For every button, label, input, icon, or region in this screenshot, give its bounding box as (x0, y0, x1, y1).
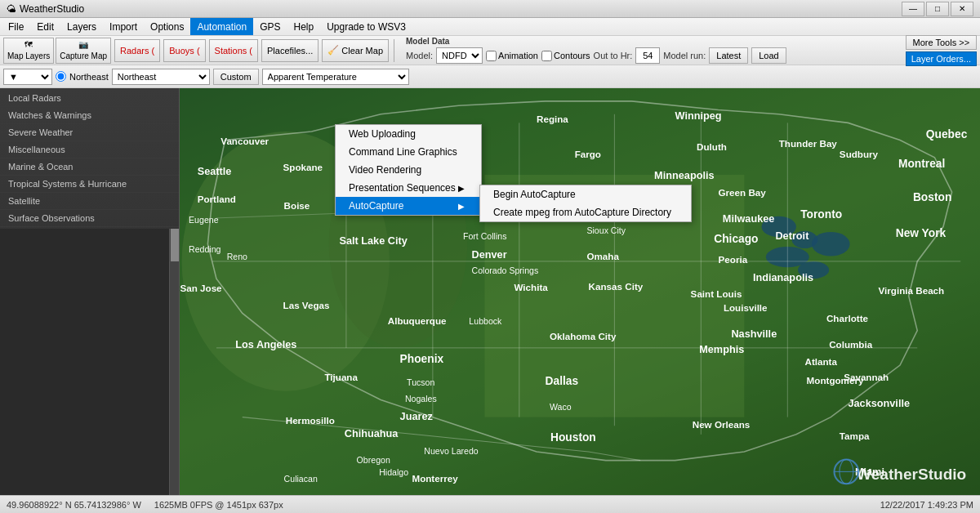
svg-text:Salt Lake City: Salt Lake City (339, 234, 407, 247)
svg-text:Fort Collins: Fort Collins (463, 231, 507, 241)
svg-text:Vancouver: Vancouver (220, 136, 269, 146)
sidebar-item-marine-ocean[interactable]: Marine & Ocean (0, 158, 179, 176)
latest-button[interactable]: Latest (709, 47, 748, 64)
map-layers-icon: 🗺 (24, 40, 33, 49)
svg-text:Boise: Boise (284, 200, 310, 211)
menu-upgrade[interactable]: Upgrade to WSV3 (320, 18, 412, 35)
svg-text:Sioux City: Sioux City (586, 225, 626, 235)
radars-button[interactable]: Radars ( (114, 39, 160, 62)
menu-command-line-graphics[interactable]: Command Line Graphics (336, 143, 481, 161)
svg-text:Saint Louis: Saint Louis (691, 288, 742, 299)
sidebar-item-severe-weather[interactable]: Severe Weather (0, 124, 179, 141)
svg-text:Albuquerque: Albuquerque (388, 315, 447, 326)
buoys-button[interactable]: Buoys ( (163, 39, 205, 62)
placefiles-button[interactable]: Placefiles... (261, 39, 318, 62)
map-svg: Vancouver Seattle Portland Eugene Reddin… (180, 88, 980, 495)
animation-checkbox[interactable] (486, 51, 497, 61)
model-label: Model: (406, 51, 433, 60)
panel-scrollbar[interactable] (169, 229, 179, 495)
sidebar-item-watches-warnings[interactable]: Watches & Warnings (0, 107, 179, 124)
more-tools-button[interactable]: More Tools >> (906, 35, 977, 50)
svg-text:Montreal: Montreal (898, 158, 945, 170)
sidebar-item-tropical[interactable]: Tropical Systems & Hurricane (0, 176, 179, 193)
custom-button[interactable]: Custom (213, 69, 259, 85)
contours-checkbox[interactable] (541, 51, 552, 61)
svg-text:Fargo: Fargo (575, 149, 601, 159)
svg-text:Columbia: Columbia (829, 339, 873, 350)
toolbar-row1: 🗺 Map Layers 📷 Capture Map Radars ( Buoy… (0, 36, 980, 65)
sidebar-item-surface-obs[interactable]: Surface Observations (0, 210, 179, 227)
web-uploading-label: Web Uploading (349, 128, 416, 140)
close-button[interactable]: ✕ (951, 2, 973, 16)
animation-label: Animation (498, 51, 538, 60)
model-data-section: Model Data Model: NDFD GFS NAM RAP Anima… (406, 37, 786, 64)
menu-presentation-sequences[interactable]: Presentation Sequences ▶ (336, 179, 481, 197)
begin-autocapture-item[interactable]: Begin AutoCapture (480, 185, 691, 203)
svg-text:Nashville: Nashville (731, 328, 777, 340)
menu-edit[interactable]: Edit (30, 18, 60, 35)
menu-web-uploading[interactable]: Web Uploading (336, 125, 481, 143)
svg-text:Hermosillo: Hermosillo (286, 415, 335, 426)
svg-text:Obregon: Obregon (357, 455, 390, 465)
northeast-radio[interactable] (56, 71, 66, 82)
svg-text:Phoenix: Phoenix (400, 353, 444, 365)
out-to-hr-input[interactable] (635, 47, 660, 64)
minimize-button[interactable]: — (902, 2, 924, 16)
contours-label: Contours (554, 51, 590, 60)
sidebar-item-miscellaneous[interactable]: Miscellaneous (0, 141, 179, 158)
sidebar-item-satellite[interactable]: Satellite (0, 193, 179, 210)
menu-gps[interactable]: GPS (253, 18, 287, 35)
svg-text:Eugene: Eugene (189, 215, 219, 225)
svg-text:Houston: Houston (550, 431, 596, 444)
svg-text:Atlanta: Atlanta (804, 356, 837, 367)
svg-text:Denver: Denver (472, 248, 507, 261)
svg-text:Seattle: Seattle (198, 165, 232, 177)
svg-text:Los Angeles: Los Angeles (235, 338, 296, 350)
menu-help[interactable]: Help (287, 18, 320, 35)
svg-text:Dallas: Dallas (546, 375, 579, 387)
autocapture-arrow: ▶ (458, 202, 465, 211)
load-button[interactable]: Load (751, 47, 786, 64)
model-select[interactable]: NDFD GFS NAM RAP (436, 47, 483, 64)
menu-autocapture[interactable]: AutoCapture ▶ (336, 197, 481, 215)
maximize-button[interactable]: □ (926, 2, 949, 16)
map-layers-button[interactable]: 🗺 Map Layers (3, 38, 54, 64)
capture-map-button[interactable]: 📷 Capture Map (56, 38, 111, 64)
svg-text:Reno: Reno (227, 252, 247, 261)
svg-text:Spokane: Spokane (283, 162, 323, 172)
capture-map-icon: 📷 (78, 40, 88, 49)
svg-text:Minneapolis: Minneapolis (654, 169, 714, 181)
svg-text:Wichita: Wichita (514, 282, 548, 292)
svg-text:Memphis: Memphis (699, 343, 744, 355)
svg-text:Colorado Springs: Colorado Springs (472, 265, 539, 275)
menu-options[interactable]: Options (144, 18, 190, 35)
sidebar-item-local-radars[interactable]: Local Radars (0, 90, 179, 107)
svg-text:Juarez: Juarez (400, 410, 433, 422)
region-select[interactable]: Northeast Southeast Northwest Southwest (112, 69, 210, 85)
svg-text:Tampa: Tampa (840, 430, 870, 441)
menu-layers[interactable]: Layers (60, 18, 103, 35)
region-dropdown[interactable]: ▼ (3, 69, 52, 85)
menu-video-rendering[interactable]: Video Rendering (336, 161, 481, 179)
clear-map-button[interactable]: 🧹 Clear Map (322, 39, 389, 62)
svg-text:WeatherStudio: WeatherStudio (857, 466, 966, 483)
stations-button[interactable]: Stations ( (209, 39, 258, 62)
svg-text:San Jose: San Jose (180, 283, 222, 293)
clear-map-icon: 🧹 (327, 45, 339, 56)
svg-text:Quebec: Quebec (926, 128, 968, 141)
scrollbar-thumb[interactable] (171, 229, 179, 261)
svg-text:Omaha: Omaha (586, 251, 619, 261)
layer-orders-button[interactable]: Layer Orders... (906, 51, 977, 66)
create-mpeg-item[interactable]: Create mpeg from AutoCapture Directory (480, 203, 691, 221)
command-line-label: Command Line Graphics (349, 146, 457, 158)
svg-text:Portland: Portland (198, 194, 236, 204)
menu-file[interactable]: File (2, 18, 30, 35)
svg-text:Chihuahua: Chihuahua (345, 427, 399, 439)
menu-import[interactable]: Import (103, 18, 144, 35)
presentation-arrow: ▶ (458, 184, 465, 193)
menu-automation[interactable]: Automation (190, 18, 253, 35)
out-to-hr-label: Out to Hr: (594, 51, 633, 60)
svg-text:Charlotte: Charlotte (826, 313, 869, 323)
layer-select[interactable]: Apparent Temperature Temperature Dewpoin… (262, 69, 409, 85)
svg-text:Jacksonville: Jacksonville (848, 397, 910, 409)
